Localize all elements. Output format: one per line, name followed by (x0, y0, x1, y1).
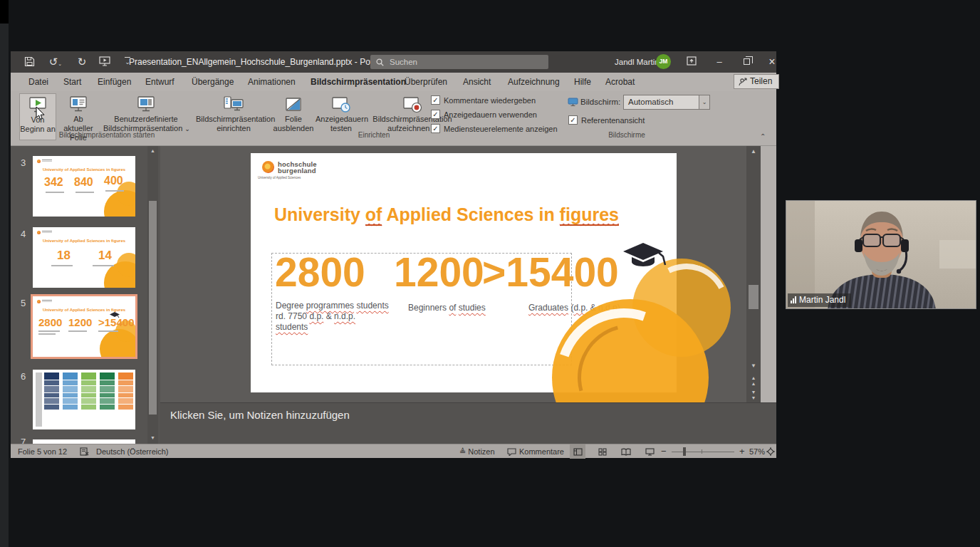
play-from-current-icon (58, 93, 99, 115)
thumbnail-slide-5-selected[interactable]: University of Applied Sciences in figure… (33, 296, 135, 357)
collapse-ribbon-icon[interactable]: ⌃ (760, 132, 766, 140)
checkbox-icon: ✓ (431, 110, 440, 119)
previous-slide-button[interactable]: ▲▲ (746, 375, 761, 387)
monitor-dropdown-button[interactable]: ⌄ (699, 95, 710, 110)
thumb-number: 5 (21, 298, 26, 308)
logo-blob-icon (262, 161, 274, 173)
comments-toggle[interactable]: Kommentare (507, 444, 564, 459)
share-button[interactable]: Teilen (734, 74, 779, 89)
tab-start[interactable]: Start (63, 73, 81, 91)
scrollbar-thumb[interactable] (149, 201, 157, 415)
notes-toggle[interactable]: ≜ Notizen (459, 444, 495, 459)
start-slideshow-icon[interactable] (96, 51, 113, 73)
checkbox-presenter-view[interactable]: ✓ Referentenansicht (568, 115, 645, 125)
participant-name-label: Martin Jandl (788, 293, 851, 307)
zoom-out-button[interactable]: − (661, 444, 667, 459)
slideshow-view-button[interactable] (642, 444, 657, 459)
reading-view-button[interactable] (618, 444, 634, 459)
tab-ueberpruefen[interactable]: Überprüfen (405, 73, 447, 91)
status-bar: Folie 5 von 12 Deutsch (Österreich) ≜ No… (11, 444, 776, 458)
thumb-number: 7 (21, 437, 26, 444)
undo-icon[interactable]: ↺⌄ (45, 51, 66, 73)
window-title: Praesentation_ENAllgemein_Hochschule_Bur… (129, 51, 404, 73)
search-box[interactable] (370, 55, 548, 69)
screen: ↺⌄ ↻ ⌄ Praesentation_ENAllgemein_Hochsch… (0, 0, 980, 547)
stat-value-students[interactable]: 2800 (275, 249, 365, 296)
notes-icon: ≜ (459, 447, 466, 456)
thumb-number: 6 (21, 371, 26, 382)
hochschule-burgenland-logo: hochschuleburgenland (262, 161, 317, 174)
restore-button[interactable] (734, 51, 759, 73)
scroll-up-icon[interactable]: ▲ (746, 146, 761, 157)
zoom-slider-track[interactable] (672, 452, 734, 452)
scroll-up-icon[interactable]: ▲ (147, 146, 158, 156)
tab-aufzeichnung[interactable]: Aufzeichnung (508, 73, 560, 91)
screen-edge-strip (0, 0, 9, 547)
zoom-slider-thumb[interactable] (683, 447, 686, 456)
search-input[interactable] (388, 57, 516, 67)
close-button[interactable]: × (760, 51, 784, 73)
checkbox-use-timings[interactable]: ✓ Anzeigedauern verwenden (431, 110, 537, 119)
thumbnail-scrollbar[interactable]: ▲ ▼ (147, 146, 158, 444)
normal-view-button[interactable] (570, 444, 585, 459)
fit-to-window-icon[interactable] (766, 447, 775, 456)
monitor-label: Bildschirm: (580, 98, 620, 106)
ribbon-display-options-icon[interactable] (683, 51, 700, 73)
notes-pane[interactable]: Klicken Sie, um Notizen hinzuzufügen (160, 402, 776, 444)
canvas-scrollbar[interactable]: ▲ ▼ ▲▲ ▼▼ (746, 146, 761, 402)
tab-einfuegen[interactable]: Einfügen (98, 73, 131, 91)
minimize-button[interactable]: – (707, 51, 731, 73)
thumb-number: 4 (21, 229, 26, 239)
slide-thumbnail-panel: 3 University of Applied Sciences in figu… (11, 146, 160, 444)
language-indicator[interactable]: Deutsch (Österreich) (96, 444, 168, 459)
thumbnail-slide-6[interactable] (33, 370, 135, 429)
scroll-down-icon[interactable]: ▼ (147, 433, 158, 443)
avatar[interactable]: JM (656, 54, 671, 69)
setup-slideshow-icon (196, 93, 271, 115)
tab-animationen[interactable]: Animationen (248, 73, 296, 91)
save-icon[interactable] (21, 51, 38, 73)
thumbnail-slide-4[interactable]: University of Applied Sciences in figure… (33, 227, 135, 288)
stat-label-students[interactable]: Degree programmes students rd. 7750 d.p.… (276, 301, 389, 333)
tab-hilfe[interactable]: Hilfe (574, 73, 591, 91)
stat-value-beginners[interactable]: 1200 (394, 249, 484, 296)
ribbon: VonBeginn an Ab aktuellerFolie Benutzerd… (11, 91, 776, 146)
monitor-dropdown[interactable]: Automatisch (623, 95, 699, 110)
tab-ansicht[interactable]: Ansicht (463, 73, 491, 91)
thumbnail-slide-3[interactable]: University of Applied Sciences in figure… (33, 156, 135, 217)
ribbon-tab-row: Datei Start Einfügen Entwurf Übergänge A… (11, 73, 776, 91)
audio-level-icon (791, 296, 796, 303)
slide-canvas[interactable]: hochschuleburgenland University of Appli… (160, 146, 761, 402)
stat-label-beginners[interactable]: Beginners of studies (408, 303, 486, 313)
custom-slideshow-icon (103, 93, 189, 115)
tab-acrobat[interactable]: Acrobat (605, 73, 635, 91)
scroll-down-icon[interactable]: ▼ (746, 363, 761, 369)
notes-placeholder[interactable]: Klicken Sie, um Notizen hinzuzufügen (170, 409, 350, 421)
zoom-in-button[interactable]: + (739, 444, 745, 459)
stat-value-graduates[interactable]: >15400 (482, 249, 619, 296)
slide-sorter-view-button[interactable] (595, 444, 610, 459)
thumb-number: 3 (21, 157, 26, 168)
proofing-error-icon[interactable] (80, 447, 89, 456)
logo-subtitle: University of Applied Sciences (258, 176, 301, 179)
next-slide-button[interactable]: ▼▼ (746, 390, 761, 401)
tab-datei[interactable]: Datei (28, 73, 48, 91)
title-bar: ↺⌄ ↻ ⌄ Praesentation_ENAllgemein_Hochsch… (11, 51, 776, 73)
tab-entwurf[interactable]: Entwurf (145, 73, 174, 91)
scrollbar-thumb[interactable] (749, 285, 759, 309)
slide-indicator[interactable]: Folie 5 von 12 (18, 444, 67, 459)
group-label-setup: Einrichten (296, 131, 452, 139)
tab-uebergaenge[interactable]: Übergänge (192, 73, 234, 91)
hide-slide-icon (273, 93, 314, 115)
setup-slideshow-button[interactable]: Bildschirmpräsentationeinrichten (196, 93, 271, 140)
user-name[interactable]: Jandl Martin (615, 51, 660, 73)
dropdown-chevron-icon: ⌄ (184, 125, 190, 132)
checkbox-play-narrations[interactable]: ✓ Kommentare wiedergeben (431, 95, 536, 105)
slide-title[interactable]: University of Applied Sciences in figure… (274, 204, 619, 225)
webcam-tile[interactable]: Martin Jandl (786, 200, 976, 309)
tab-bildschirmpraesentation[interactable]: Bildschirmpräsentation (311, 73, 406, 93)
redo-icon[interactable]: ↻ (73, 51, 90, 73)
graduation-cap-icon (622, 240, 667, 271)
group-label-start: Bildschirmpräsentation starten (32, 131, 182, 139)
zoom-level[interactable]: 57% (749, 444, 765, 459)
